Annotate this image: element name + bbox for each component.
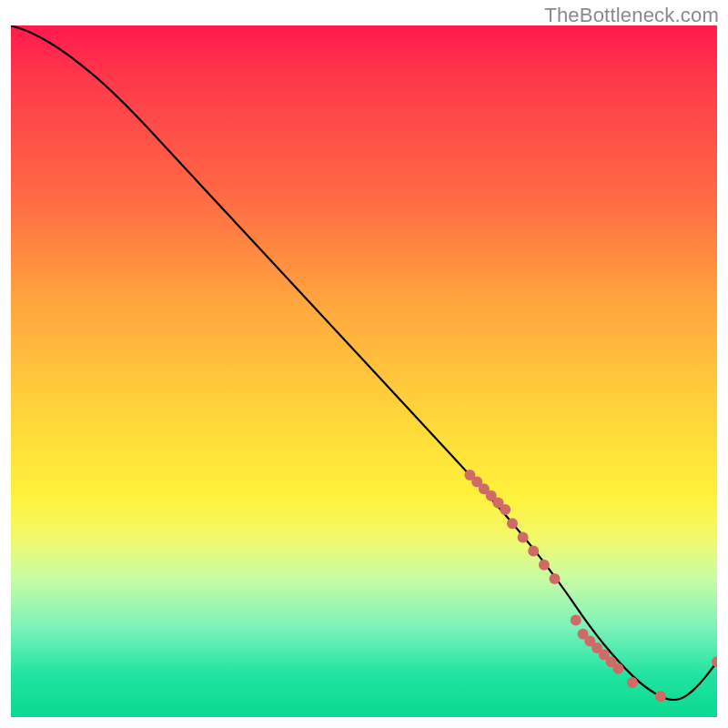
data-marker — [599, 650, 610, 661]
marker-group — [464, 470, 717, 702]
data-marker — [571, 615, 581, 626]
data-marker — [655, 691, 666, 702]
data-marker — [471, 477, 482, 488]
curve-svg — [11, 25, 717, 717]
data-marker — [464, 470, 475, 480]
data-marker — [612, 663, 623, 674]
data-marker — [486, 490, 497, 501]
data-marker — [584, 635, 595, 646]
watermark-label: TheBottleneck.com — [544, 4, 719, 27]
data-marker — [712, 656, 717, 667]
bottleneck-curve — [11, 25, 717, 700]
data-marker — [528, 546, 539, 557]
data-marker — [606, 656, 617, 667]
data-marker — [592, 642, 602, 653]
plot-area — [11, 25, 717, 717]
data-marker — [507, 518, 518, 529]
chart-stage: TheBottleneck.com — [0, 0, 728, 728]
data-marker — [539, 560, 550, 571]
data-marker — [578, 629, 589, 640]
data-marker — [518, 531, 529, 542]
data-marker — [550, 573, 561, 584]
data-marker — [627, 677, 638, 688]
data-marker — [500, 504, 511, 515]
data-marker — [492, 497, 503, 508]
data-marker — [479, 483, 490, 494]
